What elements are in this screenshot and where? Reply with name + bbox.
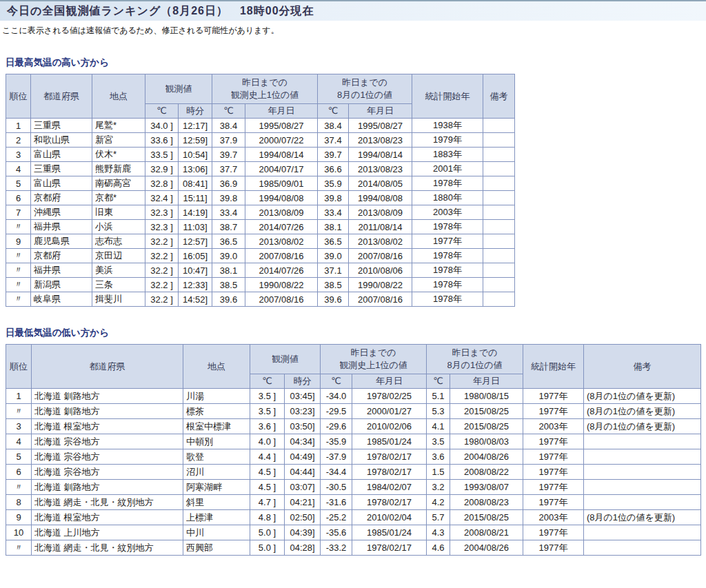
cell-rank: 6: [6, 191, 31, 205]
cell-pref: 京都府: [31, 249, 92, 263]
cell-time: 16:05]: [179, 249, 212, 263]
cell-time: 12:59]: [179, 133, 212, 148]
cell-since: 1977年: [523, 495, 584, 510]
cell-rec_temp: 37.9: [212, 133, 245, 148]
cell-remark: [483, 249, 515, 263]
cell-remark: [483, 191, 515, 205]
cell-rec_temp: 39.7: [212, 148, 245, 162]
cell-since: 1977年: [523, 434, 584, 449]
cell-remark: [584, 434, 701, 449]
cell-station: 中頓別: [183, 434, 250, 449]
cell-rec_temp: -31.6: [321, 495, 352, 510]
cell-since: 1978年: [412, 249, 483, 263]
col-header-august-degc: ℃: [318, 104, 349, 119]
cell-pref: 北海道 網走・北見・紋別地方: [32, 495, 183, 510]
cell-aug_temp: 3.6: [427, 449, 450, 465]
cell-pref: 北海道 釧路地方: [32, 389, 183, 404]
col-header-rank: 順位: [6, 74, 31, 119]
table-row: 5富山県南砺高宮32.8 ]08:41]36.91985/09/0135.920…: [6, 176, 515, 191]
cell-since: 1977年: [523, 525, 584, 540]
cell-time: 04:49]: [285, 449, 321, 465]
cell-rank: 〃: [6, 404, 32, 419]
cell-remark: [483, 220, 515, 234]
table-row: 9北海道 根室地方上標津4.8 ]02:50]-25.22010/02/045.…: [6, 510, 701, 525]
cell-aug_date: 2008/08/23: [450, 495, 523, 510]
cell-time: 08:41]: [179, 176, 212, 191]
cell-temp: 3.5 ]: [250, 389, 285, 404]
cell-remark: [483, 148, 515, 162]
cell-aug_date: 2015/08/25: [450, 404, 523, 419]
cell-rank: 9: [6, 234, 31, 249]
cell-temp: 32.2 ]: [145, 278, 179, 292]
col-header-record: 昨日までの観測史上1位の値: [321, 345, 427, 374]
cell-rec_temp: 39.0: [212, 249, 245, 263]
cell-rec_date: 1994/08/08: [245, 191, 318, 205]
cell-aug_temp: 39.6: [318, 292, 349, 307]
col-header-obs-time: 時分: [285, 374, 321, 389]
cell-station: 旧東: [92, 205, 145, 220]
cell-pref: 京都府: [31, 191, 92, 205]
cell-temp: 32.8 ]: [145, 176, 179, 191]
cell-temp: 32.3 ]: [145, 220, 179, 234]
table-row: 4三重県熊野新鹿32.9 ]13:06]37.72004/07/1736.620…: [6, 162, 515, 176]
cell-time: 04:44]: [285, 465, 321, 480]
col-header-observed: 観測値: [145, 74, 212, 104]
table-row: 7沖縄県旧東32.3 ]14:19]33.42013/08/0933.42013…: [6, 205, 515, 220]
cell-rec_date: 2010/02/04: [352, 510, 427, 525]
min-temp-table: 順位 都道府県 地点 観測値 昨日までの観測史上1位の値 昨日までの8月の1位の…: [6, 344, 701, 556]
cell-since: 1978年: [412, 263, 483, 278]
table-row: 9鹿児島県志布志32.2 ]12:57]36.52013/08/0236.520…: [6, 234, 515, 249]
cell-aug_temp: 5.3: [427, 404, 450, 419]
cell-temp: 32.3 ]: [145, 205, 179, 220]
cell-rank: 10: [6, 525, 32, 540]
cell-station: 南砺高宮: [92, 176, 145, 191]
cell-rec_date: 1978/02/25: [352, 389, 427, 404]
table-row: 〃京都府京田辺32.2 ]16:05]39.02007/08/1639.0200…: [6, 249, 515, 263]
cell-rec_temp: -29.5: [321, 404, 352, 419]
cell-remark: [483, 263, 515, 278]
page-title: 今日の全国観測値ランキング（8月26日） 18時00分現在: [7, 4, 314, 19]
col-header-record-date: 年月日: [245, 104, 318, 119]
cell-temp: 3.5 ]: [250, 404, 285, 419]
cell-rank: 〃: [6, 480, 32, 495]
cell-time: 14:19]: [179, 205, 212, 220]
cell-aug_temp: 36.5: [318, 234, 349, 249]
cell-aug_temp: 39.7: [318, 148, 349, 162]
cell-station: 斜里: [183, 495, 250, 510]
cell-pref: 北海道 釧路地方: [32, 480, 183, 495]
cell-aug_date: 2004/08/26: [450, 540, 523, 556]
cell-remark: [483, 205, 515, 220]
col-header-observed: 観測値: [250, 345, 321, 374]
cell-rec_temp: -37.9: [321, 449, 352, 465]
cell-temp: 4.0 ]: [250, 434, 285, 449]
cell-time: 03:07]: [285, 480, 321, 495]
cell-since: 1979年: [412, 133, 483, 148]
cell-pref: 富山県: [31, 148, 92, 162]
cell-since: 1883年: [412, 148, 483, 162]
cell-pref: 北海道 宗谷地方: [32, 449, 183, 465]
cell-rec_date: 2004/07/17: [245, 162, 318, 176]
cell-rec_temp: -35.6: [321, 525, 352, 540]
cell-time: 03:45]: [285, 389, 321, 404]
col-header-august-line2: 8月の1位の値: [337, 90, 392, 100]
cell-time: 03:50]: [285, 419, 321, 434]
cell-temp: 5.0 ]: [250, 540, 285, 556]
cell-temp: 4.4 ]: [250, 449, 285, 465]
cell-station: 上標津: [183, 510, 250, 525]
cell-station: 阿寒湖畔: [183, 480, 250, 495]
cell-aug_date: 2013/08/23: [349, 133, 412, 148]
col-header-record-line1: 昨日までの: [351, 347, 396, 358]
cell-aug_temp: 38.5: [318, 278, 349, 292]
cell-remark: (8月の1位の値を更新): [584, 510, 701, 525]
section-heading-max-temp: 日最高気温の高い方から: [6, 57, 706, 69]
cell-time: 02:50]: [285, 510, 321, 525]
cell-remark: [584, 495, 701, 510]
cell-aug_temp: 33.4: [318, 205, 349, 220]
cell-pref: 福井県: [31, 263, 92, 278]
cell-since: 2003年: [523, 510, 584, 525]
cell-rank: 4: [6, 434, 32, 449]
cell-remark: [584, 480, 701, 495]
notice-text: ここに表示される値は速報値であるため、修正される可能性があります。: [0, 21, 706, 37]
table-row: 〃北海道 網走・北見・紋別地方西興部5.0 ]04:28]-33.21978/0…: [6, 540, 701, 556]
cell-rec_date: 1994/08/14: [245, 148, 318, 162]
